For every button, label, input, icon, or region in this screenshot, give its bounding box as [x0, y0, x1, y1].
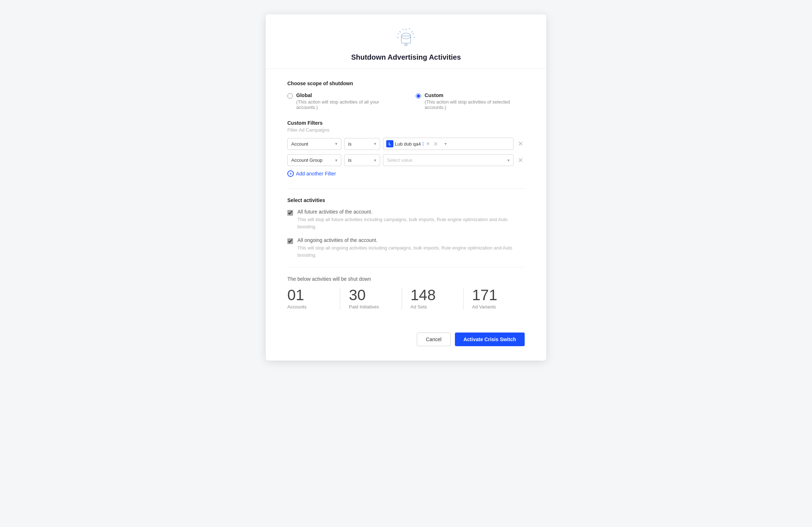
svg-line-6	[411, 31, 412, 32]
stat-accounts-number: 01	[287, 288, 331, 303]
stat-paid-initiatives-name: Paid Initiatives	[349, 304, 393, 310]
modal-body: Choose scope of shutdown Global (This ac…	[266, 69, 546, 333]
chevron-down-icon: ▾	[444, 141, 447, 146]
stat-accounts-name: Accounts	[287, 304, 331, 310]
activity-2-title: All ongoing activities of the account.	[297, 237, 525, 243]
modal-header: Shutdown Advertising Activities	[266, 14, 546, 69]
stat-ad-sets-number: 148	[411, 288, 455, 303]
activity-2-text: All ongoing activities of the account. T…	[297, 237, 525, 258]
stats-section: The below activities will be shut down 0…	[287, 276, 525, 310]
scope-custom-radio[interactable]	[416, 93, 421, 99]
activity-item-1: All future activities of the account. Th…	[287, 209, 525, 230]
filter-tag: L Lub dub qa4  ✕	[386, 140, 430, 147]
activity-1-desc: This will stop all future activities inc…	[297, 216, 525, 230]
remove-filter-1-button[interactable]: ✕	[516, 140, 525, 148]
scope-global-desc: (This action will stop activities of all…	[296, 99, 394, 110]
add-filter-label: Add another Filter	[296, 171, 336, 177]
custom-filters-label: Custom Filters	[287, 120, 525, 126]
stat-paid-initiatives-number: 30	[349, 288, 393, 303]
scope-global[interactable]: Global (This action will stop activities…	[287, 92, 394, 110]
svg-line-5	[400, 31, 401, 32]
filter-ad-campaigns-label: Filter Ad Campaigns	[287, 127, 525, 133]
tag-name: Lub dub qa4	[395, 141, 421, 147]
svg-point-9	[403, 29, 404, 30]
activities-label: Select activities	[287, 197, 525, 203]
stat-accounts: 01 Accounts	[287, 288, 340, 310]
scope-custom-name: Custom	[425, 92, 443, 98]
modal-title: Shutdown Advertising Activities	[351, 53, 461, 61]
filter-field-1[interactable]: Account ▾	[287, 138, 341, 150]
filter-field-2[interactable]: Account Group ▾	[287, 154, 341, 166]
scope-custom-desc: (This action will stop activities of sel…	[425, 99, 525, 110]
facebook-icon: 	[422, 141, 424, 147]
stat-ad-variants: 171 Ad Variants	[464, 288, 525, 310]
stats-divider	[287, 267, 525, 267]
alarm-icon	[393, 26, 419, 49]
scope-label: Choose scope of shutdown	[287, 81, 525, 86]
select-value-placeholder: Select value	[387, 157, 412, 163]
stat-ad-variants-name: Ad Variants	[472, 304, 516, 310]
filter-value-2[interactable]: Select value ▾	[383, 154, 514, 166]
svg-point-11	[413, 33, 414, 35]
clear-value-button[interactable]: ✕	[432, 141, 439, 147]
stat-ad-sets-name: Ad Sets	[411, 304, 455, 310]
filter-value-1[interactable]: L Lub dub qa4  ✕ ✕ ▾	[383, 138, 514, 150]
filter-operator-2[interactable]: is ▾	[344, 154, 380, 166]
remove-filter-2-button[interactable]: ✕	[516, 156, 525, 164]
filter-operator-1[interactable]: is ▾	[344, 138, 380, 150]
chevron-down-icon: ▾	[335, 158, 337, 163]
filter-row-2: Account Group ▾ is ▾ Select value ▾ ✕	[287, 154, 525, 166]
stat-paid-initiatives: 30 Paid Initiatives	[340, 288, 402, 310]
activate-crisis-switch-button[interactable]: Activate Crisis Switch	[455, 333, 525, 346]
add-filter-button[interactable]: + Add another Filter	[287, 170, 336, 177]
scope-options: Global (This action will stop activities…	[287, 92, 525, 110]
activity-2-desc: This will stop all ongoing activities in…	[297, 244, 525, 258]
tag-close-icon[interactable]: ✕	[426, 141, 430, 146]
stat-ad-variants-number: 171	[472, 288, 516, 303]
chevron-down-icon: ▾	[335, 141, 337, 146]
modal-footer: Cancel Activate Crisis Switch	[266, 333, 546, 346]
activities-section: All future activities of the account. Th…	[287, 209, 525, 258]
cancel-button[interactable]: Cancel	[417, 333, 451, 346]
chevron-down-icon: ▾	[374, 141, 376, 146]
svg-point-10	[409, 28, 410, 29]
chevron-down-icon: ▾	[507, 158, 510, 163]
tag-avatar: L	[386, 140, 393, 147]
activity-1-title: All future activities of the account.	[297, 209, 525, 215]
modal-container: Shutdown Advertising Activities Choose s…	[266, 14, 546, 361]
stat-ad-sets: 148 Ad Sets	[402, 288, 464, 310]
activity-1-checkbox[interactable]	[287, 210, 293, 216]
section-divider	[287, 188, 525, 189]
chevron-down-icon: ▾	[374, 158, 376, 163]
filter-row-1: Account ▾ is ▾ L Lub dub qa4  ✕ ✕ ▾ ✕	[287, 138, 525, 150]
svg-point-3	[405, 44, 407, 46]
activity-item-2: All ongoing activities of the account. T…	[287, 237, 525, 258]
plus-circle-icon: +	[287, 170, 294, 177]
activity-2-checkbox[interactable]	[287, 238, 293, 244]
svg-rect-0	[401, 36, 411, 43]
stats-label: The below activities will be shut down	[287, 276, 525, 282]
activity-1-text: All future activities of the account. Th…	[297, 209, 525, 230]
scope-global-name: Global	[296, 92, 312, 98]
scope-custom[interactable]: Custom (This action will stop activities…	[416, 92, 525, 110]
scope-global-radio[interactable]	[287, 93, 293, 99]
svg-point-12	[398, 33, 399, 35]
stats-row: 01 Accounts 30 Paid Initiatives 148 Ad S…	[287, 288, 525, 310]
